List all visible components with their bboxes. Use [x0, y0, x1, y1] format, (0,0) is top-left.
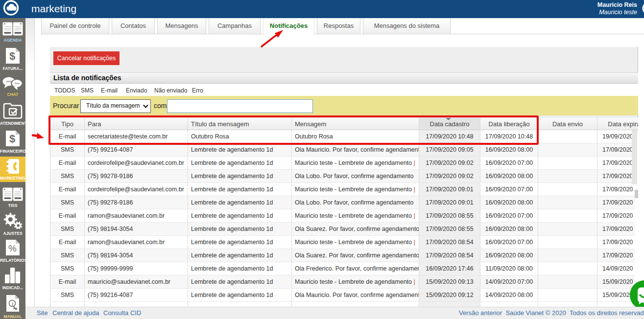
svg-text:%: %	[8, 243, 17, 253]
svg-text:$: $	[9, 50, 15, 62]
svg-text:i: i	[12, 300, 14, 307]
svg-text:$: $	[9, 133, 15, 145]
